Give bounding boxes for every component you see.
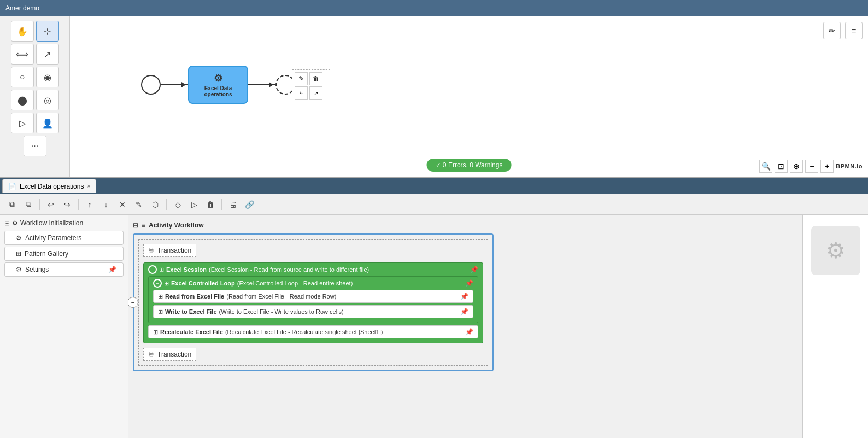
right-panel: ⚙ [802,215,868,438]
ecl-pin[interactable]: 📌 [465,279,473,287]
search-btn[interactable]: 🔍 [759,160,772,173]
left-toolbar: ✋ ⊹ ⟺ ↗ ○ ◉ ⬤ ◎ ▷ 👤 ··· [0,16,70,177]
write-to-excel-item[interactable]: ⊞ Write to Excel File (Write to Excel Fi… [153,305,473,318]
diamond-btn[interactable]: ⬡ [148,197,163,212]
transaction-top-label: Transaction [157,247,191,254]
ecl-header: − ⊞ Excel Controlled Loop (Excel Control… [153,279,473,288]
bpmn-task-excel[interactable]: ⚙ Excel Data operations [188,66,248,104]
ctx-connect-btn[interactable]: ⤷ [295,86,308,100]
sep2 [78,199,79,210]
tab-close-btn[interactable]: × [87,183,90,189]
read-excel-pin[interactable]: 📌 [460,293,468,300]
pattern-gallery-btn[interactable]: ⊞ Pattern Gallery [4,247,124,261]
bpmn-arrow-1 [161,84,188,85]
activity-parameters-btn[interactable]: ⚙ Activity Parameters [4,231,124,245]
trash-btn[interactable]: 🗑 [203,197,218,212]
excel-session-desc: (Excel Session - Read from source and wr… [209,266,369,273]
transaction-bottom-label: Transaction [157,351,191,358]
center-btn[interactable]: ⊕ [790,160,803,173]
select-tool-btn[interactable]: ⊹ [36,21,59,42]
move-down-btn[interactable]: ↓ [98,197,114,212]
condition-btn[interactable]: ◇ [170,197,185,212]
ctx-expand-btn[interactable]: ↗ [309,86,322,100]
hand-tool-btn[interactable]: ✋ [11,21,34,42]
recalculate-pin[interactable]: 📌 [465,328,473,336]
read-excel-desc: (Read from Excel File - Read mode Row) [226,293,336,300]
settings-row[interactable]: ⚙ Settings 📌 [4,262,124,277]
ecl-collapse[interactable]: − [153,279,162,288]
redo-btn[interactable]: ↪ [60,197,75,212]
menu-icon-btn[interactable]: ≡ [845,22,863,39]
write-excel-pin[interactable]: 📌 [460,308,468,316]
move-up-btn[interactable]: ↑ [82,197,97,212]
write-excel-desc: (Write to Excel File - Write values to R… [219,308,344,315]
pattern-gallery-icon: ⊞ [16,250,21,258]
link-btn[interactable]: 🔗 [242,197,257,212]
context-menu: ✎ 🗑 ⤷ ↗ [292,69,330,102]
tab-excel-operations[interactable]: 📄 Excel Data operations × [2,179,96,193]
undo-btn[interactable]: ↩ [43,197,58,212]
task-label: Excel Data operations [191,85,245,97]
tab-bar: 📄 Excel Data operations × [0,178,868,194]
read-excel-label: Read from Excel File [165,293,224,300]
transaction-bottom-icon: ♾ [148,351,154,358]
play-btn[interactable]: ▷ [11,113,34,133]
workflow-outer-container: − ♾ Transaction − ⊞ Excel Session (Exce [133,233,494,371]
arrow-tool-btn[interactable]: ↗ [36,44,59,65]
recalculate-desc: (Recalculate Excel File - Recalculate si… [225,329,383,335]
more-btn[interactable]: ··· [24,136,46,156]
pin-settings-icon[interactable]: 📌 [108,266,116,273]
resize-tool-btn[interactable]: ⟺ [11,44,34,65]
pen-icon: ✏ [829,26,835,35]
excel-session-collapse[interactable]: − [148,265,157,274]
excel-session-pin[interactable]: 📌 [470,266,478,273]
excel-session-label: Excel Session [166,266,207,273]
copy-btn[interactable]: ⧉ [4,197,20,212]
zoom-out-btn[interactable]: − [805,160,818,173]
bpmn-logo: BPMN.io [836,163,863,170]
circle-outline-btn[interactable]: ◉ [36,67,59,87]
pattern-gallery-label: Pattern Gallery [25,250,68,258]
workflow-area: ⊟ ≡ Activity Workflow − ♾ Transaction − [128,215,802,438]
network-icon: ⚙ [12,219,18,227]
settings-left: ⚙ Settings [16,266,49,273]
read-from-excel-item[interactable]: ⊞ Read from Excel File (Read from Excel … [153,290,473,303]
edit-btn[interactable]: ✎ [131,197,146,212]
paste-btn[interactable]: ⧉ [21,197,36,212]
bpmn-arrow-2 [248,84,275,85]
target-btn[interactable]: ◎ [36,90,59,110]
main-bottom: ⊟ ⚙ Workflow Initialization ⚙ Activity P… [0,215,868,438]
settings-label: Settings [25,266,49,273]
play-btn2[interactable]: ▷ [186,197,202,212]
collapse-icon-init: ⊟ [4,219,10,227]
read-from-excel-left: ⊞ Read from Excel File (Read from Excel … [158,293,336,300]
recalculate-item[interactable]: ⊞ Recalculate Excel File (Recalculate Ex… [148,325,478,338]
zoom-in-btn[interactable]: + [820,160,834,173]
write-excel-label: Write to Excel File [165,308,217,315]
ecl-grid-icon: ⊞ [164,280,169,287]
workflow-init-header[interactable]: ⊟ ⚙ Workflow Initialization [0,217,128,229]
collapse-workflow-btn[interactable]: ⊟ [133,221,138,229]
sep1 [39,199,40,210]
write-excel-left: ⊞ Write to Excel File (Write to Excel Fi… [158,308,344,316]
excel-session-grid-icon: ⊞ [159,266,164,273]
delete-btn[interactable]: ✕ [115,197,130,212]
context-menu-row1: ✎ 🗑 [295,72,327,85]
ctx-delete-btn[interactable]: 🗑 [309,72,322,85]
pen-icon-btn[interactable]: ✏ [823,22,841,39]
bpmn-start-event[interactable] [141,75,161,95]
recalculate-left: ⊞ Recalculate Excel File (Recalculate Ex… [153,329,383,336]
sep4 [221,199,222,210]
gear-placeholder: ⚙ [811,226,860,275]
canvas-main: ✏ ≡ ⚙ Excel Data operations [70,16,868,177]
user-btn[interactable]: 👤 [36,113,59,133]
fit-btn[interactable]: ⊡ [775,160,788,173]
collapse-node[interactable]: − [128,297,138,308]
circle-fill-btn[interactable]: ⬤ [11,90,34,110]
read-excel-icon: ⊞ [158,293,163,300]
ctx-edit-btn[interactable]: ✎ [295,72,308,85]
print-btn[interactable]: 🖨 [225,197,241,212]
circle-tool-btn[interactable]: ○ [11,67,34,87]
transaction-top: ♾ Transaction [143,244,196,257]
ecl-header-left: − ⊞ Excel Controlled Loop (Excel Control… [153,279,353,288]
